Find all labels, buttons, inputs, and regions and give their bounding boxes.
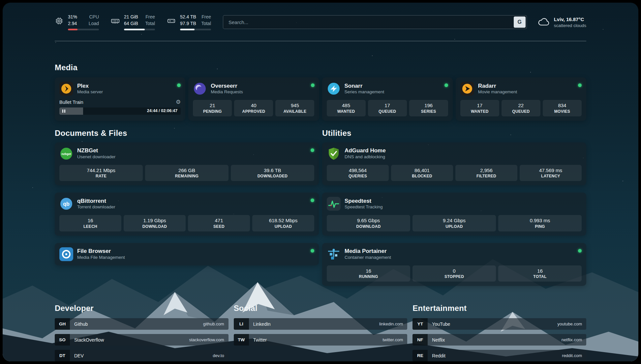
speedtest-icon (327, 197, 341, 211)
stat-approved: 40APPROVED (234, 100, 273, 116)
stat-remaining: 266 GBREMAINING (145, 165, 229, 181)
stat-queued: 22QUEUED (502, 100, 540, 116)
memory-widget: 21 GiBFree 64 GiBTotal (111, 14, 155, 30)
twitter-icon: TW (234, 334, 249, 346)
app-card-radarr[interactable]: Radarr Movie management 17WANTED 22QUEUE… (456, 77, 586, 121)
section-title-media: Media (55, 63, 586, 72)
bookmark-twitter[interactable]: TW Twitter twitter.com (234, 334, 408, 346)
stat-seed: 471SEED (188, 215, 250, 231)
status-dot (311, 148, 314, 152)
snow-specks (3, 3, 3, 3)
app-name: Overseerr (211, 82, 243, 89)
app-name: Speedtest (345, 197, 383, 204)
app-card-speedtest[interactable]: Speedtest Speedtest Tracking 9.65 GbpsDO… (322, 193, 586, 236)
radarr-icon (460, 82, 474, 96)
app-name: AdGuard Home (345, 147, 386, 154)
playback-time: 24:44 / 02:06:47 (147, 108, 177, 113)
dashboard-window: 31%CPU 2.94Load 21 GiBFree 64 GiBTotal (3, 3, 638, 361)
app-name: NZBGet (77, 147, 115, 154)
bookmark-github[interactable]: GH Github github.com (55, 318, 229, 330)
gear-icon[interactable]: ⚙ (176, 99, 181, 105)
app-card-filebrowser[interactable]: File Browser Media File Management (55, 243, 319, 265)
disk-free-label: Free (201, 14, 211, 20)
stat-running: 16RUNNING (327, 265, 410, 282)
app-card-qbittorrent[interactable]: qb qBittorrent Torrent downloader 16LEEC… (55, 193, 319, 236)
bookmark-linkedin[interactable]: LI LinkedIn linkedin.com (234, 318, 408, 330)
bookmark-stackoverflow[interactable]: SO StackOverflow stackoverflow.com (55, 334, 229, 346)
search-engine-button[interactable]: G (514, 16, 526, 28)
stat-available: 945AVAILABLE (275, 100, 314, 116)
memory-bar (124, 29, 155, 30)
memory-free-label: Free (145, 14, 155, 20)
bookmark-youtube[interactable]: YT YouTube youtube.com (412, 318, 586, 330)
disk-free: 52.4 TB (180, 14, 196, 20)
reddit-icon: RE (412, 350, 428, 361)
disk-bar (180, 29, 211, 30)
status-dot (311, 198, 314, 202)
playback-progress[interactable]: 24:44 / 02:06:47 (59, 107, 181, 115)
status-dot (444, 83, 448, 87)
stat-leech: 16LEECH (59, 215, 121, 231)
app-name: Media Portainer (345, 248, 391, 255)
stat-pending: 21PENDING (193, 100, 232, 116)
bookmark-reddit[interactable]: RE Reddit reddit.com (412, 350, 586, 361)
overseerr-icon (193, 82, 207, 96)
pause-icon[interactable] (62, 109, 65, 113)
app-subtitle: Torrent downloader (77, 204, 115, 210)
weather-widget[interactable]: Lviv, 16.87°C scattered clouds (537, 16, 586, 28)
section-utilities: Utilities AdGuard Home DNS and adblockin… (322, 129, 586, 286)
app-card-portainer[interactable]: Media Portainer Container management 16R… (322, 243, 586, 286)
stat-ping: 0.993 msPING (498, 215, 582, 231)
status-dot (311, 83, 315, 87)
stat-upload: 618.52 MbpsUPLOAD (252, 215, 314, 231)
section-title-entertainment: Entertainment (412, 304, 586, 313)
nzbget-icon: nzbget (59, 147, 73, 161)
app-card-sonarr[interactable]: Sonarr Series management 485WANTED 17QUE… (322, 77, 453, 121)
stat-queries: 498,564QUERIES (327, 165, 389, 181)
section-media: Media Plex Media server (55, 63, 586, 121)
stat-wanted: 17WANTED (460, 100, 499, 116)
app-subtitle: Usenet downloader (77, 154, 115, 160)
disk-widget: 52.4 TBFree 97.9 TBTotal (167, 14, 211, 30)
app-subtitle: DNS and adblocking (345, 154, 386, 160)
section-developer: Developer GH Github github.com SO StackO… (55, 304, 229, 361)
app-card-adguard[interactable]: AdGuard Home DNS and adblocking 498,564Q… (322, 142, 586, 186)
cpu-widget: 31%CPU 2.94Load (55, 14, 99, 30)
app-card-overseerr[interactable]: Overseerr Media Requests 21PENDING 40APP… (188, 77, 319, 121)
app-card-plex[interactable]: Plex Media server Bullet Train ⚙ 24:44 /… (55, 77, 185, 121)
disk-total: 97.9 TB (180, 20, 196, 27)
github-icon: GH (55, 318, 70, 330)
memory-total: 64 GiB (124, 20, 138, 27)
cpu-icon (55, 16, 64, 25)
svg-text:qb: qb (63, 201, 70, 207)
top-bar: 31%CPU 2.94Load 21 GiBFree 64 GiBTotal (55, 14, 586, 30)
memory-total-label: Total (145, 20, 155, 27)
stat-movies: 834MOVIES (543, 100, 582, 116)
stat-stopped: 0STOPPED (412, 265, 496, 282)
section-entertainment: Entertainment YT YouTube youtube.com NF … (412, 304, 586, 361)
bookmark-dev[interactable]: DT DEV dev.to (55, 350, 229, 361)
ram-icon (111, 16, 120, 25)
disk-icon (167, 16, 176, 25)
app-subtitle: Speedtest Tracking (345, 204, 383, 210)
bookmark-netflix[interactable]: NF Netflix netflix.com (412, 334, 586, 346)
stat-wanted: 485WANTED (327, 100, 366, 116)
app-card-nzbget[interactable]: nzbget NZBGet Usenet downloader 744.21 M… (55, 142, 319, 186)
search-input[interactable] (223, 15, 527, 29)
app-name: qBittorrent (77, 197, 115, 204)
cpu-label: CPU (89, 14, 99, 20)
app-subtitle: Series management (345, 89, 384, 95)
section-title-social: Social (234, 304, 408, 313)
qbittorrent-icon: qb (59, 197, 73, 211)
status-dot (578, 249, 582, 253)
stat-downloaded: 39.6 TBDOWNLOADED (231, 165, 314, 181)
cpu-load-label: Load (89, 20, 99, 27)
section-title-developer: Developer (55, 304, 229, 313)
stat-filtered: 2,956FILTERED (455, 165, 517, 181)
section-documents: Documents & Files nzbget NZBGet Usenet d… (55, 129, 319, 286)
netflix-icon: NF (412, 334, 428, 346)
section-social: Social LI LinkedIn linkedin.com TW Twitt… (234, 304, 408, 361)
svg-text:nzbget: nzbget (62, 152, 71, 156)
section-title-utilities: Utilities (322, 129, 586, 138)
stat-total: 16TOTAL (498, 265, 582, 282)
